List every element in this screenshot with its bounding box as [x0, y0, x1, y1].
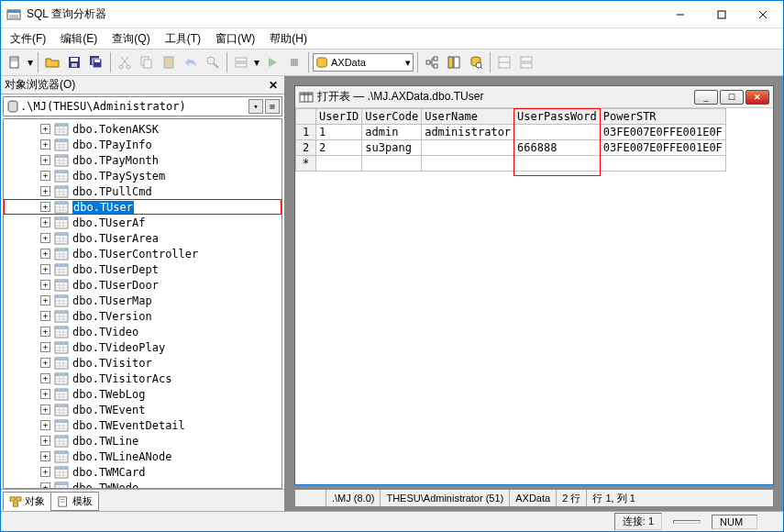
grid-cell[interactable] — [600, 156, 725, 172]
expand-icon[interactable]: + — [40, 295, 50, 305]
close-button[interactable] — [742, 1, 783, 28]
tree-item[interactable]: +dbo.TPayInfo — [4, 137, 282, 152]
tree-item[interactable]: +dbo.TWMCard — [4, 464, 282, 480]
expand-icon[interactable]: + — [40, 155, 50, 165]
grid-cell[interactable]: 03FE007E0FFE001E0F — [600, 140, 725, 156]
expand-icon[interactable]: + — [40, 233, 50, 243]
tree-item[interactable]: +dbo.TUserAf — [4, 215, 282, 230]
grid-row-header[interactable]: 1 — [296, 125, 316, 140]
new-query-button[interactable] — [5, 52, 25, 72]
tree-item[interactable]: +dbo.TVersion — [4, 308, 282, 324]
menu-edit[interactable]: 编辑(E) — [55, 29, 103, 49]
menu-help[interactable]: 帮助(H) — [264, 29, 313, 49]
estimated-plan-button[interactable] — [422, 52, 442, 72]
tree-item[interactable]: +dbo.TPayMonth — [4, 152, 282, 168]
tree-item[interactable]: +dbo.TWEvent — [4, 402, 282, 417]
expand-icon[interactable]: + — [40, 249, 50, 259]
tree-item[interactable]: +dbo.TVideo — [4, 324, 282, 339]
show-results-button[interactable] — [516, 52, 536, 72]
grid-col-header[interactable]: PowerSTR — [600, 109, 725, 125]
menu-query[interactable]: 查询(Q) — [106, 29, 155, 49]
expand-icon[interactable]: + — [40, 482, 50, 489]
new-query-dropdown[interactable]: ▾ — [27, 56, 34, 69]
tree-item[interactable]: +dbo.TUser — [4, 199, 282, 215]
mdi-minimize[interactable]: _ — [694, 90, 718, 105]
grid-cell[interactable]: 1 — [316, 125, 362, 140]
grid-row-header[interactable]: 2 — [296, 140, 316, 156]
mdi-close[interactable]: ✕ — [745, 90, 769, 105]
tab-templates[interactable]: 模板 — [50, 492, 99, 511]
expand-icon[interactable]: + — [40, 186, 50, 196]
execute-button[interactable] — [262, 52, 282, 72]
tree-item[interactable]: +dbo.TWebLog — [4, 386, 282, 402]
tree-item[interactable]: +dbo.TPullCmd — [4, 183, 282, 199]
expand-icon[interactable]: + — [40, 264, 50, 274]
grid-col-header[interactable]: UserID — [316, 109, 362, 125]
save-all-button[interactable] — [86, 52, 106, 72]
grid-cell[interactable] — [422, 156, 514, 172]
save-button[interactable] — [64, 52, 84, 72]
expand-icon[interactable]: + — [40, 342, 50, 352]
tree-item[interactable]: +dbo.TUserController — [4, 246, 282, 261]
expand-icon[interactable]: + — [40, 467, 50, 477]
expand-icon[interactable]: + — [40, 171, 50, 181]
tree-item[interactable]: +dbo.TUserDept — [4, 261, 282, 277]
tree-item[interactable]: +dbo.TPaySystem — [4, 168, 282, 183]
tab-objects[interactable]: 对象 — [3, 492, 51, 511]
copy-button[interactable] — [137, 52, 157, 72]
expand-icon[interactable]: + — [40, 202, 50, 212]
tree-item[interactable]: +dbo.TUserArea — [4, 230, 282, 246]
expand-icon[interactable]: + — [40, 389, 50, 399]
grid-cell[interactable] — [514, 156, 601, 172]
grid-cell[interactable] — [362, 156, 422, 172]
grid-col-header[interactable]: UserName — [422, 109, 514, 125]
object-search-button[interactable] — [466, 52, 486, 72]
tree-item[interactable]: +dbo.TWNode — [4, 480, 282, 489]
grid-cell[interactable] — [316, 156, 362, 172]
stop-button[interactable] — [284, 52, 304, 72]
open-button[interactable] — [42, 52, 62, 72]
tree-item[interactable]: +dbo.TVisitorAcs — [4, 371, 282, 386]
tree-item[interactable]: +dbo.TWEventDetail — [4, 417, 282, 433]
menu-window[interactable]: 窗口(W) — [210, 29, 260, 49]
expand-icon[interactable]: + — [40, 451, 50, 461]
maximize-button[interactable] — [701, 1, 742, 28]
server-combo[interactable]: .\MJ(THESU\Administrator) ▾ ⊞ — [3, 96, 282, 116]
tree-item[interactable]: +dbo.TWLine — [4, 433, 282, 449]
tree-item[interactable]: +dbo.TVisitor — [4, 355, 282, 371]
expand-icon[interactable]: + — [40, 327, 50, 337]
data-grid[interactable]: UserIDUserCodeUserNameUserPassWordPowerS… — [295, 108, 726, 172]
cut-button[interactable] — [115, 52, 135, 72]
grid-cell[interactable]: admin — [362, 125, 422, 140]
paste-button[interactable] — [159, 52, 179, 72]
object-browser-toggle[interactable] — [444, 52, 464, 72]
server-combo-dropdown[interactable]: ▾ — [248, 99, 263, 114]
expand-icon[interactable]: + — [40, 139, 50, 150]
grid-cell[interactable]: 2 — [316, 140, 362, 156]
find-button[interactable] — [203, 52, 223, 72]
expand-icon[interactable]: + — [40, 405, 50, 415]
tree-item[interactable]: +dbo.TVideoPlay — [4, 339, 282, 355]
tree-item[interactable]: +dbo.TokenAKSK — [4, 121, 282, 137]
expand-icon[interactable]: + — [40, 436, 50, 446]
expand-icon[interactable]: + — [40, 420, 50, 430]
tree-item[interactable]: +dbo.TUserDoor — [4, 277, 282, 293]
grid-cell[interactable]: 666888 — [514, 140, 601, 156]
expand-icon[interactable]: + — [40, 280, 50, 290]
grid-scroll[interactable]: UserIDUserCodeUserNameUserPassWordPowerS… — [295, 108, 773, 484]
object-tree[interactable]: +dbo.TokenAKSK+dbo.TPayInfo+dbo.TPayMont… — [3, 118, 282, 489]
menu-tools[interactable]: 工具(T) — [160, 29, 206, 49]
database-combo[interactable]: AXData ▾ — [313, 53, 414, 72]
expand-icon[interactable]: + — [40, 358, 50, 368]
expand-icon[interactable]: + — [40, 373, 50, 383]
expand-icon[interactable]: + — [40, 311, 50, 321]
grid-cell[interactable] — [514, 125, 601, 140]
grid-col-header[interactable]: UserCode — [362, 109, 422, 125]
menu-file[interactable]: 文件(F) — [5, 29, 51, 49]
grid-col-header[interactable]: UserPassWord — [514, 109, 601, 125]
grid-new-row[interactable]: * — [296, 156, 316, 172]
execute-mode-button[interactable] — [231, 52, 251, 72]
server-combo-refresh[interactable]: ⊞ — [265, 99, 280, 114]
grid-cell[interactable]: su3pang — [362, 140, 422, 156]
tree-item[interactable]: +dbo.TWLineANode — [4, 449, 282, 464]
